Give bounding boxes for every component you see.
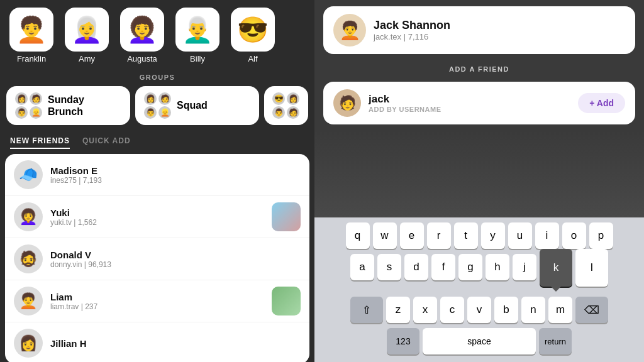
key-123[interactable]: 123	[387, 328, 419, 354]
friend-amy[interactable]: 👩‍🦳 Amy	[62, 8, 112, 63]
key-s[interactable]: s	[377, 254, 401, 280]
keyboard-area: q w e r t y u i o p a s d f g h j	[314, 131, 644, 362]
friends-list: 🧢 Madison E ines275 | 7,193 👩‍🦱 Yuki yuk…	[5, 154, 309, 362]
liam-avatar: 🧑‍🦱	[14, 287, 43, 315]
jack-shannon-sub: jack.tex | 7,116	[374, 32, 625, 41]
key-t[interactable]: t	[454, 222, 478, 249]
group-sunday-brunch[interactable]: 👩 🧑 👨 👱 Sunday Brunch	[6, 86, 130, 125]
yuki-name: Yuki	[50, 207, 264, 218]
yuki-avatar: 👩‍🦱	[14, 202, 43, 231]
key-n[interactable]: n	[521, 297, 545, 323]
right-panel: 🧑‍🦱 Jack Shannon jack.tex | 7,116 ADD A …	[314, 0, 644, 362]
key-y[interactable]: y	[481, 222, 505, 249]
jack-shannon-info: Jack Shannon jack.tex | 7,116	[374, 19, 625, 41]
key-e[interactable]: e	[400, 222, 424, 249]
donald-name: Donald V	[50, 250, 301, 260]
key-x[interactable]: x	[413, 297, 437, 323]
search-query: jack	[369, 93, 570, 106]
key-b[interactable]: b	[494, 297, 518, 323]
madison-avatar: 🧢	[14, 160, 43, 189]
yuki-info: Yuki yuki.tv | 1,562	[50, 207, 264, 227]
key-a[interactable]: a	[350, 254, 374, 280]
third-mini-3: 👨	[272, 106, 285, 119]
add-button[interactable]: + Add	[578, 93, 625, 113]
list-item-jillian[interactable]: 👩 Jillian H	[5, 322, 309, 362]
key-o[interactable]: o	[562, 222, 586, 249]
group-squad-name: Squad	[177, 99, 208, 111]
groups-label: GROUPS	[0, 71, 314, 86]
liam-thumb	[272, 287, 301, 315]
friend-amy-name: Amy	[79, 54, 95, 63]
friend-alf[interactable]: 😎 Alf	[228, 8, 278, 63]
squad-mini-2: 🧑	[158, 92, 171, 105]
key-z[interactable]: z	[386, 297, 410, 323]
add-friend-label: ADD A FRIEND	[323, 62, 635, 77]
keyboard: q w e r t y u i o p a s d f g h j	[314, 217, 644, 362]
squad-mini-3: 👨	[144, 106, 157, 119]
tab-new-friends[interactable]: NEW FRIENDS	[10, 136, 70, 149]
third-mini-1: 😎	[272, 92, 285, 105]
group-third[interactable]: 😎 👩 👨 🧑	[264, 86, 308, 125]
squad-mini-1: 👩	[144, 92, 157, 105]
squad-mini-4: 👱	[158, 106, 171, 119]
key-f[interactable]: f	[431, 254, 455, 280]
key-h[interactable]: h	[486, 254, 509, 280]
liam-info: Liam liam.trav | 237	[50, 292, 264, 311]
groups-row: 👩 🧑 👨 👱 Sunday Brunch 👩 🧑 👨 👱 Squad 😎 👩	[0, 86, 314, 131]
key-space[interactable]: space	[423, 328, 536, 354]
group-sunday-brunch-avatars: 👩 🧑 👨 👱	[15, 92, 43, 119]
key-row-1: q w e r t y u i o p	[317, 222, 641, 249]
friend-alf-avatar: 😎	[231, 8, 275, 52]
third-mini-2: 👩	[287, 92, 299, 105]
key-w[interactable]: w	[373, 222, 397, 249]
key-shift[interactable]: ⇧	[350, 297, 383, 323]
madison-name: Madison E	[50, 165, 301, 176]
list-item-yuki[interactable]: 👩‍🦱 Yuki yuki.tv | 1,562	[5, 196, 309, 238]
list-item-liam[interactable]: 🧑‍🦱 Liam liam.trav | 237	[5, 280, 309, 322]
friend-franklin-avatar: 🧑‍🦱	[9, 8, 53, 52]
key-k[interactable]: k	[540, 249, 572, 287]
mini-avatar-4: 👱	[30, 106, 42, 119]
donald-avatar: 🧔	[14, 244, 43, 273]
group-squad[interactable]: 👩 🧑 👨 👱 Squad	[135, 86, 259, 125]
key-row-2: a s d f g h j k l	[317, 254, 641, 292]
list-item-madison[interactable]: 🧢 Madison E ines275 | 7,193	[5, 154, 309, 196]
madison-sub: ines275 | 7,193	[50, 176, 301, 185]
jack-shannon-name: Jack Shannon	[374, 19, 625, 32]
tab-quick-add[interactable]: QUICK ADD	[82, 136, 131, 149]
key-q[interactable]: q	[346, 222, 370, 249]
key-i[interactable]: i	[535, 222, 559, 249]
mini-avatar-3: 👨	[15, 106, 28, 119]
friend-augusta-name: Augusta	[127, 54, 157, 63]
key-g[interactable]: g	[458, 254, 482, 280]
list-item-donald[interactable]: 🧔 Donald V donny.vin | 96,913	[5, 238, 309, 280]
jillian-name: Jillian H	[50, 338, 301, 349]
key-u[interactable]: u	[508, 222, 532, 249]
key-m[interactable]: m	[548, 297, 572, 323]
yuki-sub: yuki.tv | 1,562	[50, 218, 264, 227]
right-top: 🧑‍🦱 Jack Shannon jack.tex | 7,116 ADD A …	[314, 0, 644, 131]
friend-franklin[interactable]: 🧑‍🦱 Franklin	[6, 8, 57, 63]
key-backspace[interactable]: ⌫	[575, 297, 608, 323]
friend-augusta[interactable]: 👩‍🦱 Augusta	[117, 8, 167, 63]
key-l[interactable]: l	[575, 249, 608, 287]
madison-info: Madison E ines275 | 7,193	[50, 165, 301, 185]
friend-billy-name: Billy	[190, 54, 205, 63]
key-r[interactable]: r	[427, 222, 451, 249]
key-d[interactable]: d	[404, 254, 428, 280]
search-info: jack ADD BY USERNAME	[369, 93, 570, 113]
search-card[interactable]: 🧑 jack ADD BY USERNAME + Add	[323, 82, 635, 124]
key-v[interactable]: v	[467, 297, 491, 323]
friend-billy-avatar: 👨‍🦳	[175, 8, 219, 52]
key-c[interactable]: c	[440, 297, 464, 323]
jack-shannon-avatar: 🧑‍🦱	[333, 14, 366, 47]
friend-franklin-name: Franklin	[17, 54, 46, 63]
yuki-thumb	[272, 202, 301, 231]
jack-shannon-card[interactable]: 🧑‍🦱 Jack Shannon jack.tex | 7,116	[323, 6, 635, 54]
key-return[interactable]: return	[539, 328, 572, 354]
jillian-info: Jillian H	[50, 338, 301, 349]
key-j[interactable]: j	[513, 254, 536, 280]
friend-billy[interactable]: 👨‍🦳 Billy	[172, 8, 223, 63]
group-third-avatars: 😎 👩 👨 🧑	[272, 92, 300, 119]
key-p[interactable]: p	[589, 222, 613, 249]
